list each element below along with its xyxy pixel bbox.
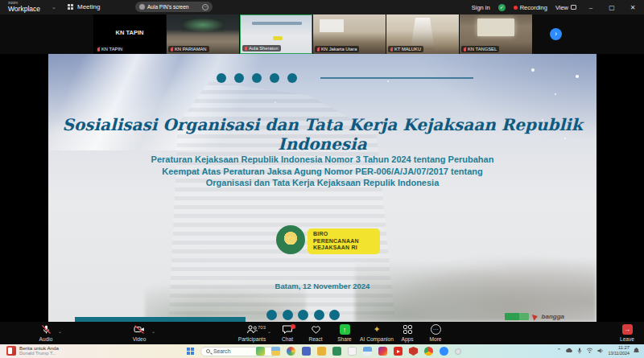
next-page-arrow-button[interactable]: › bbox=[550, 28, 562, 40]
teams-icon[interactable] bbox=[302, 347, 311, 356]
tab-meeting[interactable]: Meeting bbox=[68, 3, 100, 10]
participants-button[interactable]: Participants 703 ⌄ bbox=[232, 324, 272, 342]
notifications-bell-icon[interactable] bbox=[634, 348, 639, 353]
view-button[interactable]: View bbox=[555, 4, 576, 11]
slide-location-date: Batam, 12 November 2024 bbox=[48, 282, 597, 290]
biro-perencanaan-badge: BIRO PERENCANAAN KEJAKSAAN RI bbox=[308, 228, 380, 254]
notepad-icon[interactable] bbox=[348, 347, 357, 356]
security-shield-icon[interactable]: ✓ bbox=[498, 4, 506, 11]
tray-expand-chevron-icon[interactable]: ⌃ bbox=[557, 348, 562, 354]
chrome-icon[interactable] bbox=[424, 347, 433, 356]
leave-meeting-icon: → bbox=[622, 324, 633, 335]
mic-muted-icon bbox=[41, 324, 52, 335]
file-explorer-icon[interactable] bbox=[271, 347, 280, 356]
audio-button[interactable]: Audio ⌄ bbox=[28, 324, 64, 342]
video-thumbnail-kt-maluku[interactable]: KT MALUKU bbox=[386, 14, 459, 54]
video-thumbnail-kn-jakarta-utara[interactable]: KN Jakarta Utara bbox=[313, 14, 386, 54]
onedrive-cloud-icon[interactable] bbox=[565, 348, 573, 353]
close-window-button[interactable]: ✕ bbox=[626, 4, 639, 11]
mail-icon[interactable] bbox=[363, 347, 372, 356]
widget-headline: Berita untuk Anda bbox=[19, 345, 59, 351]
folder-icon[interactable] bbox=[317, 347, 326, 356]
edge-browser-icon[interactable] bbox=[287, 347, 295, 356]
view-layout-icon bbox=[571, 5, 576, 10]
meeting-tab-label: Meeting bbox=[77, 3, 100, 10]
leave-button[interactable]: → Leave bbox=[609, 324, 644, 342]
minimize-tab-icon[interactable]: − bbox=[202, 4, 208, 10]
news-widget-icon bbox=[6, 346, 16, 356]
chat-button[interactable]: Chat bbox=[271, 324, 303, 342]
video-button[interactable]: Video ⌄ bbox=[122, 324, 157, 342]
audio-options-chevron-icon[interactable]: ⌄ bbox=[58, 328, 62, 334]
maximize-window-button[interactable]: ▢ bbox=[605, 4, 618, 11]
participants-icon bbox=[246, 324, 258, 335]
avatar-icon bbox=[139, 4, 145, 10]
badge-line: BIRO bbox=[313, 231, 380, 238]
brand-workplace: Workplace bbox=[8, 6, 40, 13]
badge-line: PERENCANAAN bbox=[313, 238, 380, 245]
slide-footer-logos: bangga bbox=[505, 313, 564, 320]
youtube-icon[interactable] bbox=[394, 347, 402, 356]
mic-tray-icon[interactable] bbox=[577, 348, 582, 354]
react-label: React bbox=[308, 336, 322, 342]
search-icon bbox=[206, 349, 210, 353]
video-options-chevron-icon[interactable]: ⌄ bbox=[151, 328, 155, 334]
subtitle-line: Keempat Atas Peraturan Jaksa Agung Nomor… bbox=[48, 166, 597, 178]
search-placeholder: Search bbox=[213, 348, 231, 354]
meeting-toolbar: Audio ⌄ Video ⌄ Participants 703 ⌄ bbox=[0, 322, 644, 344]
sign-in-button[interactable]: Sign in bbox=[472, 4, 490, 11]
tab-shared-screen[interactable]: Aula PIN's screen − bbox=[135, 2, 213, 12]
recording-indicator: Recording bbox=[514, 4, 547, 11]
zoom-workplace-logo: zoom Workplace bbox=[8, 1, 40, 13]
participants-count: 703 bbox=[258, 325, 266, 330]
participant-name-text: KN TAPIN bbox=[93, 29, 166, 36]
participant-label-text: KN PARIAMAN bbox=[175, 47, 207, 51]
muted-mic-icon bbox=[245, 47, 247, 51]
apps-button[interactable]: Apps bbox=[391, 324, 423, 342]
batam-logo bbox=[505, 313, 529, 320]
tray-app-icon[interactable] bbox=[455, 348, 461, 355]
widget-subheadline: Donald Trump T... bbox=[19, 351, 59, 356]
chevron-down-icon[interactable]: ⌄ bbox=[52, 4, 56, 10]
video-thumbnail-kn-pariaman[interactable]: KN PARIAMAN bbox=[167, 14, 239, 54]
participant-label: KT MALUKU bbox=[388, 46, 423, 52]
share-screen-icon: ↑ bbox=[340, 324, 350, 335]
instagram-icon[interactable] bbox=[378, 347, 387, 356]
react-button[interactable]: React bbox=[299, 324, 332, 342]
subtitle-line: Organisasi dan Tata Kerja Kejaksaan Repu… bbox=[48, 177, 597, 189]
more-label: More bbox=[429, 336, 441, 342]
excel-icon[interactable] bbox=[332, 347, 341, 356]
presentation-slide: Sosialisasi Organisasi dan Tata Kerja Ke… bbox=[48, 54, 597, 322]
video-thumbnail-aula-sheraton-active-speaker[interactable]: Aula Sheraton bbox=[240, 14, 312, 54]
kejaksaan-emblem-logo: ⚖ bbox=[276, 225, 305, 254]
slide-background-art bbox=[531, 68, 535, 72]
meeting-grid-icon bbox=[68, 4, 74, 10]
participant-label: KN TANGSEL bbox=[461, 46, 499, 52]
more-ellipsis-icon: ⋯ bbox=[431, 324, 441, 335]
video-thumbnail-kn-tapin[interactable]: KN TAPIN KN TAPIN bbox=[93, 14, 166, 54]
slide-subtitle: Peraturan Kejaksaan Republik Indonesia N… bbox=[48, 154, 597, 189]
zoom-meeting-window: zoom Workplace ⌄ Meeting Aula PIN's scre… bbox=[0, 0, 644, 358]
muted-mic-icon bbox=[97, 47, 100, 51]
news-widget[interactable]: Berita untuk Anda Donald Trump T... bbox=[6, 345, 59, 356]
bangga-logo-text: bangga bbox=[542, 313, 564, 320]
weather-app-icon[interactable] bbox=[256, 347, 265, 356]
taskbar-clock[interactable]: 11:27 13/11/2024 bbox=[608, 345, 630, 356]
participant-label-text: KN TAPIN bbox=[101, 47, 122, 51]
minimize-window-button[interactable]: – bbox=[584, 4, 597, 11]
participant-label: KN TAPIN bbox=[95, 46, 125, 52]
chat-label: Chat bbox=[282, 336, 293, 342]
speaker-icon[interactable] bbox=[597, 348, 604, 354]
wifi-icon[interactable] bbox=[586, 348, 593, 353]
share-label: Share bbox=[337, 336, 352, 342]
windows-start-button[interactable] bbox=[187, 348, 194, 355]
video-thumbnail-kn-tangsel[interactable]: KN TANGSEL bbox=[460, 14, 532, 54]
apps-icon bbox=[402, 324, 413, 335]
muted-mic-icon bbox=[171, 47, 173, 51]
more-button[interactable]: ⋯ More bbox=[419, 324, 452, 342]
zoom-app-icon[interactable] bbox=[440, 347, 448, 356]
participant-label-text: KT MALUKU bbox=[394, 47, 421, 51]
decorative-dots-bottom bbox=[266, 310, 340, 320]
windows-taskbar: Berita untuk Anda Donald Trump T... Sear… bbox=[0, 344, 644, 358]
mcafee-shield-icon[interactable] bbox=[409, 347, 418, 356]
